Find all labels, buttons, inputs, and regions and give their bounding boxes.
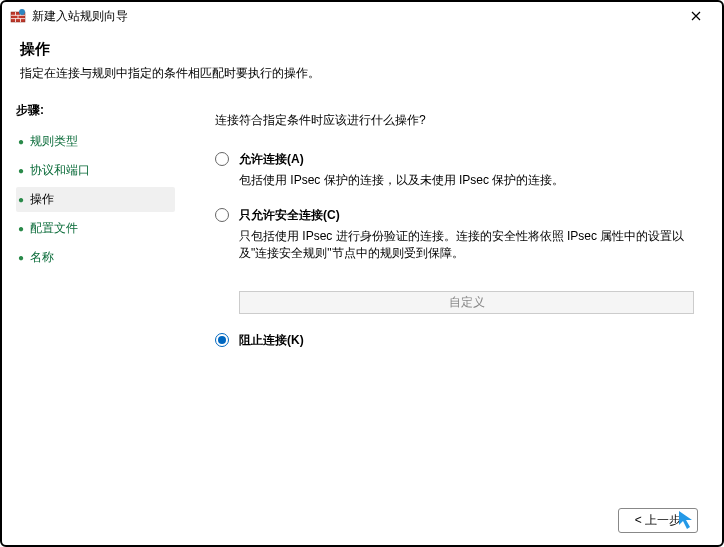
- close-button[interactable]: [678, 2, 714, 30]
- bullet-icon: ●: [18, 223, 24, 234]
- step-item-0[interactable]: ●规则类型: [16, 129, 175, 154]
- wizard-header: 操作 指定在连接与规则中指定的条件相匹配时要执行的操作。: [2, 30, 722, 94]
- radio-allow-secure[interactable]: [215, 208, 229, 222]
- option-allow: 允许连接(A)包括使用 IPsec 保护的连接，以及未使用 IPsec 保护的连…: [215, 151, 694, 189]
- options-group: 允许连接(A)包括使用 IPsec 保护的连接，以及未使用 IPsec 保护的连…: [215, 151, 694, 353]
- main-panel: 连接符合指定条件时应该进行什么操作? 允许连接(A)包括使用 IPsec 保护的…: [187, 94, 722, 505]
- radio-allow[interactable]: [215, 152, 229, 166]
- window-title: 新建入站规则向导: [32, 8, 128, 25]
- option-label-allow[interactable]: 允许连接(A): [239, 151, 694, 168]
- option-block: 阻止连接(K): [215, 332, 694, 353]
- step-label: 配置文件: [30, 220, 78, 237]
- titlebar: 新建入站规则向导: [2, 2, 722, 30]
- cursor-icon: [677, 509, 705, 534]
- bullet-icon: ●: [18, 194, 24, 205]
- option-desc-allow: 包括使用 IPsec 保护的连接，以及未使用 IPsec 保护的连接。: [239, 172, 694, 189]
- back-button[interactable]: < 上一步: [618, 508, 698, 533]
- step-label: 操作: [30, 191, 54, 208]
- steps-heading: 步骤:: [16, 102, 175, 119]
- radio-block[interactable]: [215, 333, 229, 347]
- option-label-block[interactable]: 阻止连接(K): [239, 332, 694, 349]
- bullet-icon: ●: [18, 252, 24, 263]
- option-label-allow-secure[interactable]: 只允许安全连接(C): [239, 207, 694, 224]
- wizard-footer: < 上一步: [2, 495, 722, 545]
- svg-point-8: [19, 9, 25, 15]
- step-label: 协议和端口: [30, 162, 90, 179]
- step-label: 名称: [30, 249, 54, 266]
- option-desc-allow-secure: 只包括使用 IPsec 进行身份验证的连接。连接的安全性将依照 IPsec 属性…: [239, 228, 694, 262]
- bullet-icon: ●: [18, 165, 24, 176]
- option-allow-secure: 只允许安全连接(C)只包括使用 IPsec 进行身份验证的连接。连接的安全性将依…: [215, 207, 694, 262]
- steps-sidebar: 步骤: ●规则类型●协议和端口●操作●配置文件●名称: [2, 94, 187, 505]
- customize-button: 自定义: [239, 291, 694, 314]
- step-label: 规则类型: [30, 133, 78, 150]
- action-question: 连接符合指定条件时应该进行什么操作?: [215, 112, 694, 129]
- page-subtitle: 指定在连接与规则中指定的条件相匹配时要执行的操作。: [20, 65, 704, 82]
- bullet-icon: ●: [18, 136, 24, 147]
- page-title: 操作: [20, 40, 704, 59]
- back-button-label: < 上一步: [635, 512, 681, 529]
- step-item-3[interactable]: ●配置文件: [16, 216, 175, 241]
- step-item-4[interactable]: ●名称: [16, 245, 175, 270]
- step-item-2[interactable]: ●操作: [16, 187, 175, 212]
- step-item-1[interactable]: ●协议和端口: [16, 158, 175, 183]
- firewall-icon: [10, 8, 26, 24]
